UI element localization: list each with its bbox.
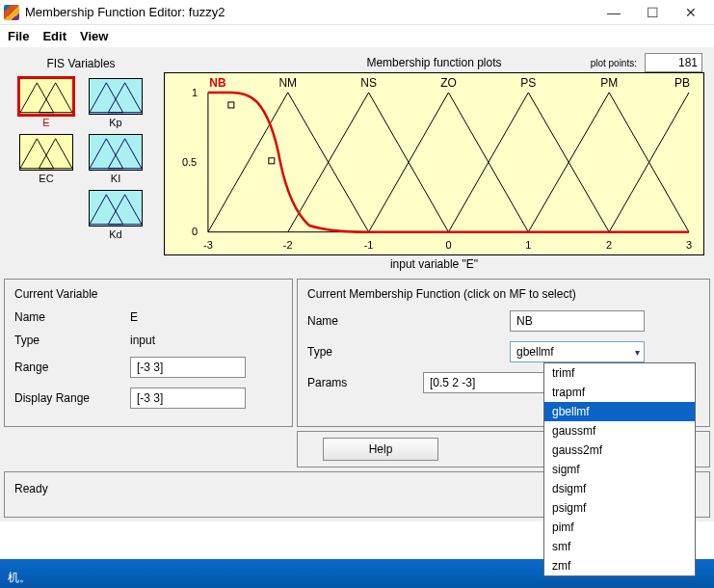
xtick: 2 [606,239,612,251]
chevron-down-icon: ▾ [635,347,640,358]
matlab-logo-icon [4,5,19,20]
mf-label-zo: ZO [440,76,457,90]
mf-type-select[interactable]: gbellmf ▾ [510,341,645,362]
mf-params-input[interactable] [423,372,548,393]
ytick-0: 0 [192,226,198,237]
fis-variable-label: Kp [85,117,146,128]
titlebar: Membership Function Editor: fuzzy2 — ☐ ✕ [0,0,714,25]
fis-variable-label: EC [15,173,77,184]
mf-label-ps: PS [520,76,536,90]
cv-range-input[interactable] [130,357,246,378]
svg-rect-2 [228,102,234,108]
mf-label-pm: PM [600,76,618,90]
help-button[interactable]: Help [323,438,438,461]
fis-variable-kd[interactable]: Kd [85,190,146,240]
fis-variables-panel: FIS Variables E [4,51,158,273]
mf-label-nm: NM [278,76,297,90]
workarea: FIS Variables E [0,47,714,521]
mf-type-option-trapmf[interactable]: trapmf [544,383,695,402]
mf-label-pb: PB [674,76,690,90]
fis-variable-ec[interactable]: EC [15,134,77,184]
mf-type-value: gbellmf [516,345,554,359]
svg-rect-3 [269,158,275,164]
plot-xlabel: input variable "E" [164,255,704,271]
menu-view[interactable]: View [80,29,108,43]
xtick: 3 [686,239,692,251]
cv-disprange-label: Display Range [14,391,130,405]
fis-panel-header: FIS Variables [8,57,154,70]
fis-variable-label: Kd [85,228,146,240]
mf-plot[interactable]: 0 0.5 1 -3 -2 -1 0 1 2 3 [164,72,704,255]
mf-type-option-smf[interactable]: smf [544,537,695,556]
menu-file[interactable]: File [8,29,29,43]
fis-variable-kd[interactable] [15,190,77,240]
fis-variable-label: KI [85,173,146,184]
ytick-1: 1 [192,87,198,98]
mf-label-nb: NB [209,76,226,90]
ytick-05: 0.5 [182,156,197,168]
cv-type-label: Type [14,334,130,347]
cv-range-label: Range [14,361,130,374]
menu-edit[interactable]: Edit [42,29,66,43]
xtick: 0 [445,239,451,251]
fis-variable-label: E [15,117,77,128]
mf-type-option-gauss2mf[interactable]: gauss2mf [544,441,695,460]
mf-type-label: Type [307,345,510,359]
xtick: -3 [203,239,213,251]
window-title: Membership Function Editor: fuzzy2 [25,5,595,19]
xtick: 1 [525,239,531,251]
cv-name-value: E [130,310,138,324]
current-variable-header: Current Variable [14,287,282,301]
mf-type-option-gbellmf[interactable]: gbellmf [544,402,695,421]
mf-type-option-pimf[interactable]: pimf [544,518,695,537]
xtick: -1 [364,239,374,251]
close-button[interactable]: ✕ [672,0,710,25]
fis-variable-grid: E Kp [8,78,154,240]
mf-name-label: Name [307,314,510,328]
plot-points-label: plot points: [591,58,637,68]
cv-name-label: Name [14,310,130,324]
minimize-button[interactable]: — [595,0,633,25]
xtick: -2 [283,239,293,251]
mf-label-ns: NS [360,76,377,90]
mf-type-option-dsigmf[interactable]: dsigmf [544,479,695,498]
mf-type-dropdown[interactable]: trimf trapmf gbellmf gaussmf gauss2mf si… [543,362,696,576]
current-variable-panel: Current Variable Name E Type input Range… [4,279,293,427]
fis-variable-ki[interactable]: KI [85,134,146,184]
mf-type-option-sigmf[interactable]: sigmf [544,460,695,479]
mf-type-option-zmf[interactable]: zmf [544,556,695,575]
current-mf-header: Current Membership Function (click on MF… [307,287,700,301]
mf-type-option-psigmf[interactable]: psigmf [544,498,695,518]
menubar: File Edit View [0,25,714,47]
cv-disprange-input[interactable] [130,388,246,409]
plot-points-input[interactable] [645,53,702,72]
mf-params-label: Params [307,376,423,389]
taskbar-text: 机。 [8,570,31,586]
maximize-button[interactable]: ☐ [633,0,672,25]
mf-type-option-gaussmf[interactable]: gaussmf [544,421,695,441]
status-text: Ready [14,482,48,495]
mf-name-input[interactable] [510,310,645,332]
current-mf-panel: Current Membership Function (click on MF… [297,279,710,427]
plot-panel: Membership function plots plot points: 0… [162,51,710,273]
cv-type-value: input [130,334,155,347]
mf-type-option-trimf[interactable]: trimf [544,363,695,383]
fis-variable-e[interactable]: E [15,78,77,128]
fis-variable-kp[interactable]: Kp [85,78,146,128]
